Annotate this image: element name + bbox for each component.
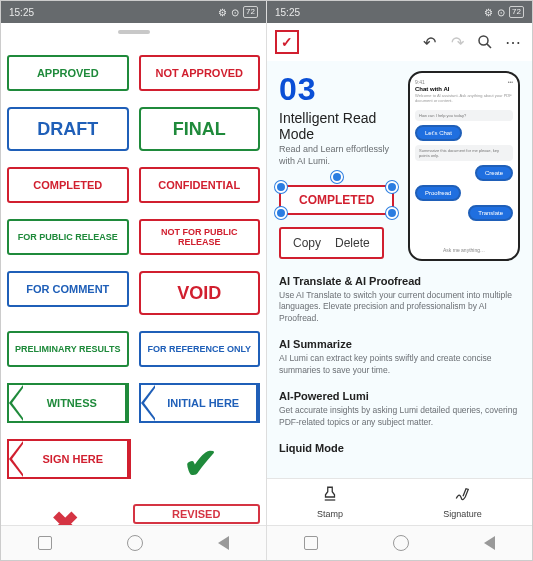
phone-mockup: 9:41••• Chat with AI Welcome to AI assis… (408, 71, 520, 261)
stamp-for-public-release[interactable]: FOR PUBLIC RELEASE (7, 219, 129, 255)
stamp-witness[interactable]: WITNESS (7, 383, 129, 423)
doc-section: Liquid Mode (279, 442, 520, 454)
chat-bubble: How can I help you today? (415, 110, 513, 121)
status-bar: 15:25 ⚙ ⊙ 72 (267, 1, 532, 23)
phone-title: Chat with AI (415, 86, 513, 92)
android-nav-bar (267, 525, 532, 560)
stamp-approved[interactable]: APPROVED (7, 55, 129, 91)
tab-signature[interactable]: Signature (443, 485, 482, 519)
stamp-revised[interactable]: REVISED (133, 504, 261, 524)
stamp-preliminary-results[interactable]: PRELIMINARY RESULTS (7, 331, 129, 367)
subtitle-line: Read and Learn effortlessly (279, 144, 389, 154)
undo-icon[interactable]: ↶ (418, 31, 440, 53)
ctx-copy[interactable]: Copy (293, 236, 321, 250)
stamp-icon (321, 485, 339, 507)
doc-section: AI Summarize AI Lumi can extract key poi… (279, 338, 520, 376)
android-nav-bar (1, 525, 266, 560)
stamp-check-icon[interactable]: ✔ (141, 439, 261, 488)
stamp-confidential[interactable]: CONFIDENTIAL (139, 167, 261, 203)
section-heading: Liquid Mode (279, 442, 520, 454)
alarm-icon: ⊙ (497, 7, 505, 18)
nav-back-icon[interactable] (218, 536, 229, 550)
tab-label: Stamp (317, 509, 343, 519)
stamp-void[interactable]: VOID (139, 271, 261, 315)
tab-label: Signature (443, 509, 482, 519)
nav-home-icon[interactable] (127, 535, 143, 551)
editor-screen: 15:25 ⚙ ⊙ 72 ✓ ↶ ↷ ⋯ 03 Intelligent Read… (266, 1, 532, 560)
section-heading: AI Summarize (279, 338, 520, 350)
stamp-sign-here[interactable]: SIGN HERE (7, 439, 131, 479)
bottom-tab-bar: Stamp Signature (267, 478, 532, 525)
selected-stamp-wrap[interactable]: COMPLETED Copy Delete (279, 185, 400, 259)
doc-section: AI Translate & AI Proofread Use AI Trans… (279, 275, 520, 324)
stamp-x-icon[interactable]: ✖ (7, 504, 123, 525)
stamp-initial-here[interactable]: INITIAL HERE (139, 383, 261, 423)
ctx-delete[interactable]: Delete (335, 236, 370, 250)
battery-indicator: 72 (243, 6, 258, 18)
signature-icon (454, 485, 472, 507)
status-bar: 15:25 ⚙ ⊙ 72 (1, 1, 266, 23)
section-heading: AI-Powered Lumi (279, 390, 520, 402)
stamp-list[interactable]: APPROVED NOT APPROVED DRAFT FINAL COMPLE… (1, 41, 266, 525)
phone-footer: Ask me anything… (415, 247, 513, 253)
section-subtitle: Read and Learn effortlessly with AI Lumi… (279, 144, 400, 167)
section-body: AI Lumi can extract key points swiftly a… (279, 353, 520, 376)
stamp-not-for-public-release[interactable]: NOT FOR PUBLIC RELEASE (139, 219, 261, 255)
signal-icon: ⚙ (484, 7, 493, 18)
stamp-final[interactable]: FINAL (139, 107, 261, 151)
nav-back-icon[interactable] (484, 536, 495, 550)
document-canvas[interactable]: 03 Intelligent Read Mode Read and Learn … (267, 61, 532, 478)
section-number: 03 (279, 71, 400, 108)
chip-proofread: Proofread (415, 185, 461, 201)
chip-translate: Translate (468, 205, 513, 221)
more-icon[interactable]: ⋯ (502, 31, 524, 53)
section-title: Intelligent Read Mode (279, 110, 400, 142)
done-checkbox[interactable]: ✓ (275, 30, 299, 54)
status-time: 15:25 (275, 7, 300, 18)
svg-line-1 (487, 44, 491, 48)
svg-point-0 (479, 36, 488, 45)
stamp-not-approved[interactable]: NOT APPROVED (139, 55, 261, 91)
stamp-for-reference-only[interactable]: FOR REFERENCE ONLY (139, 331, 261, 367)
section-heading: AI Translate & AI Proofread (279, 275, 520, 287)
top-toolbar: ✓ ↶ ↷ ⋯ (267, 23, 532, 61)
doc-section: AI-Powered Lumi Get accurate insights by… (279, 390, 520, 428)
status-time: 15:25 (9, 7, 34, 18)
stamp-completed[interactable]: COMPLETED (7, 167, 129, 203)
stamp-label: WITNESS (47, 397, 97, 409)
placed-stamp-completed[interactable]: COMPLETED (279, 185, 394, 215)
nav-recent-icon[interactable] (304, 536, 318, 550)
check-icon: ✓ (281, 34, 293, 50)
battery-indicator: 72 (509, 6, 524, 18)
chat-bubble: Summarize this document for me please, k… (415, 145, 513, 161)
stamp-label: SIGN HERE (42, 453, 103, 465)
redo-icon[interactable]: ↷ (446, 31, 468, 53)
stamp-label: INITIAL HERE (167, 397, 239, 409)
nav-recent-icon[interactable] (38, 536, 52, 550)
context-menu: Copy Delete (279, 227, 384, 259)
section-body: Use AI Translate to switch your current … (279, 290, 520, 324)
stamp-label: COMPLETED (299, 193, 374, 207)
section-body: Get accurate insights by asking Lumi det… (279, 405, 520, 428)
subtitle-line: with AI Lumi. (279, 156, 330, 166)
phone-greeting: Welcome to AI assistant. Ask anything ab… (415, 94, 513, 104)
drag-handle[interactable] (1, 23, 266, 41)
tab-stamp[interactable]: Stamp (317, 485, 343, 519)
rotate-handle[interactable] (331, 171, 343, 183)
stamp-picker-screen: 15:25 ⚙ ⊙ 72 APPROVED NOT APPROVED DRAFT… (1, 1, 266, 560)
signal-icon: ⚙ (218, 7, 227, 18)
alarm-icon: ⊙ (231, 7, 239, 18)
stamp-for-comment[interactable]: FOR COMMENT (7, 271, 129, 307)
resize-handle[interactable] (386, 181, 398, 193)
stamp-draft[interactable]: DRAFT (7, 107, 129, 151)
chip-lets-chat: Let's Chat (415, 125, 462, 141)
nav-home-icon[interactable] (393, 535, 409, 551)
resize-handle[interactable] (275, 181, 287, 193)
chip-create: Create (475, 165, 513, 181)
search-icon[interactable] (474, 31, 496, 53)
